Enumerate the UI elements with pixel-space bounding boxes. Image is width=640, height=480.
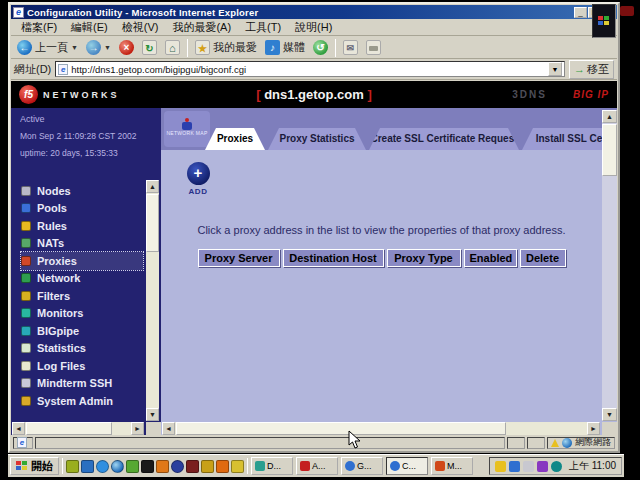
print-button[interactable] — [363, 39, 384, 56]
forward-button[interactable]: → ▼ — [83, 39, 114, 56]
column-header-proxy-type[interactable]: Proxy Type — [387, 249, 461, 267]
scrollbar-thumb[interactable] — [176, 422, 506, 435]
go-button[interactable]: → 移至 — [569, 60, 614, 79]
tray-icon-3[interactable] — [523, 461, 534, 472]
task-label: D... — [267, 461, 281, 471]
home-button[interactable]: ⌂ — [162, 39, 183, 56]
quicklaunch-icon-11[interactable] — [216, 460, 229, 473]
sidebar-horizontal-scrollbar[interactable]: ◄ ► — [12, 422, 144, 435]
back-dropdown-icon[interactable]: ▼ — [71, 44, 78, 51]
scrollbar-thumb[interactable] — [146, 194, 159, 252]
sidebar-item-network[interactable]: Network — [21, 270, 143, 288]
scrollbar-thumb[interactable] — [602, 124, 617, 176]
sidebar-item-label: Mindterm SSH — [37, 377, 112, 389]
scrollbar-corner — [146, 422, 161, 435]
scroll-left-icon[interactable]: ◄ — [162, 422, 175, 435]
quicklaunch-icon-12[interactable] — [231, 460, 244, 473]
refresh-button[interactable]: ↻ — [139, 39, 160, 56]
task-button-1[interactable]: D... — [251, 457, 293, 475]
network-map-label: NETWORK MAP — [166, 131, 207, 136]
sidebar-item-label: Filters — [37, 290, 70, 302]
favorites-button[interactable]: ★ 我的最愛 — [192, 39, 260, 56]
sidebar-item-pools[interactable]: Pools — [21, 200, 143, 218]
task-button-5[interactable]: M... — [431, 457, 473, 475]
menu-view[interactable]: 檢視(V) — [116, 19, 165, 36]
sidebar-item-mindterm-ssh[interactable]: Mindterm SSH — [21, 375, 143, 393]
scroll-up-icon[interactable]: ▲ — [602, 110, 617, 123]
screen: e Configuration Utility - Microsoft Inte… — [0, 0, 640, 480]
sidebar-item-system-admin[interactable]: System Admin — [21, 392, 143, 410]
quicklaunch-icon-3[interactable] — [96, 460, 109, 473]
menu-help[interactable]: 說明(H) — [289, 19, 338, 36]
sidebar-item-proxies[interactable]: Proxies — [21, 252, 143, 270]
sidebar-vertical-scrollbar[interactable]: ▲ ▼ — [146, 180, 159, 421]
stop-button[interactable]: × — [116, 39, 137, 56]
scroll-down-icon[interactable]: ▼ — [146, 408, 159, 421]
system-admin-icon — [21, 396, 31, 406]
scrollbar-thumb[interactable] — [26, 422, 112, 435]
add-proxy-button[interactable]: + ADD — [173, 162, 223, 196]
tab-proxy-statistics[interactable]: Proxy Statistics — [268, 128, 366, 150]
quicklaunch-icon-1[interactable] — [66, 460, 79, 473]
taskbar: 開始 D... A... G... C... M... — [8, 454, 624, 477]
task-button-3[interactable]: G... — [341, 457, 383, 475]
quicklaunch-icon-8[interactable] — [171, 460, 184, 473]
tray-icon-1[interactable] — [495, 461, 506, 472]
scroll-right-icon[interactable]: ► — [587, 422, 600, 435]
address-url[interactable]: http://dns1.getop.com/bigipgui/bigconf.c… — [71, 64, 545, 75]
column-header-destination-host[interactable]: Destination Host — [283, 249, 384, 267]
sidebar-item-filters[interactable]: Filters — [21, 287, 143, 305]
scroll-right-icon[interactable]: ► — [131, 422, 144, 435]
quicklaunch-icon-2[interactable] — [81, 460, 94, 473]
sidebar-item-log-files[interactable]: Log Files — [21, 357, 143, 375]
sidebar-item-nodes[interactable]: Nodes — [21, 182, 143, 200]
quicklaunch-icon-5[interactable] — [126, 460, 139, 473]
mail-button[interactable]: ✉ — [340, 39, 361, 56]
add-icon[interactable]: + — [187, 162, 210, 185]
menu-file[interactable]: 檔案(F) — [15, 19, 63, 36]
menu-edit[interactable]: 編輯(E) — [65, 19, 114, 36]
sidebar-item-monitors[interactable]: Monitors — [21, 305, 143, 323]
sidebar-item-nats[interactable]: NATs — [21, 235, 143, 253]
media-button[interactable]: ♪ 媒體 — [262, 39, 308, 56]
network-map-icon — [182, 122, 192, 130]
main-horizontal-scrollbar[interactable]: ◄ ► — [162, 422, 600, 435]
scroll-down-icon[interactable]: ▼ — [602, 408, 617, 421]
back-button[interactable]: ← 上一頁 ▼ — [14, 39, 81, 56]
task-button-2[interactable]: A... — [296, 457, 338, 475]
task-icon — [435, 461, 445, 471]
quicklaunch-icon-10[interactable] — [201, 460, 214, 473]
sidebar-item-statistics[interactable]: Statistics — [21, 340, 143, 358]
history-button[interactable]: ↺ — [310, 39, 331, 56]
tray-icon-5[interactable] — [551, 461, 562, 472]
quicklaunch-icon-4[interactable] — [111, 460, 124, 473]
go-arrow-icon: → — [574, 63, 585, 75]
sidebar-item-label: System Admin — [37, 395, 113, 407]
quicklaunch-icon-7[interactable] — [156, 460, 169, 473]
menu-tools[interactable]: 工具(T) — [239, 19, 287, 36]
scroll-up-icon[interactable]: ▲ — [146, 180, 159, 193]
column-header-enabled[interactable]: Enabled — [464, 249, 517, 267]
address-input[interactable]: e http://dns1.getop.com/bigipgui/bigconf… — [55, 61, 565, 77]
scroll-left-icon[interactable]: ◄ — [12, 422, 25, 435]
column-header-proxy-server[interactable]: Proxy Server — [198, 249, 280, 267]
forward-icon: → — [86, 40, 101, 55]
sidebar-item-bigpipe[interactable]: BIGpipe — [21, 322, 143, 340]
forward-dropdown-icon[interactable]: ▼ — [104, 44, 111, 51]
tray-icon-2[interactable] — [509, 461, 520, 472]
tab-create-ssl-certificate-request[interactable]: Create SSL Certificate Request — [369, 128, 519, 150]
network-map-button[interactable]: NETWORK MAP — [164, 111, 210, 147]
start-button[interactable]: 開始 — [10, 457, 59, 475]
title-bar[interactable]: e Configuration Utility - Microsoft Inte… — [11, 5, 617, 19]
task-button-4-active[interactable]: C... — [386, 457, 428, 475]
main-vertical-scrollbar[interactable]: ▲ ▼ — [602, 110, 617, 421]
sidebar-item-rules[interactable]: Rules — [21, 217, 143, 235]
minimize-button[interactable]: _ — [574, 7, 587, 18]
quicklaunch-icon-9[interactable] — [186, 460, 199, 473]
menu-favorites[interactable]: 我的最愛(A) — [166, 19, 237, 36]
tray-icon-4[interactable] — [537, 461, 548, 472]
column-header-delete[interactable]: Delete — [520, 249, 566, 267]
tab-proxies[interactable]: Proxies — [205, 128, 265, 150]
address-dropdown-icon[interactable]: ▼ — [548, 62, 562, 76]
quicklaunch-icon-6[interactable] — [141, 460, 154, 473]
